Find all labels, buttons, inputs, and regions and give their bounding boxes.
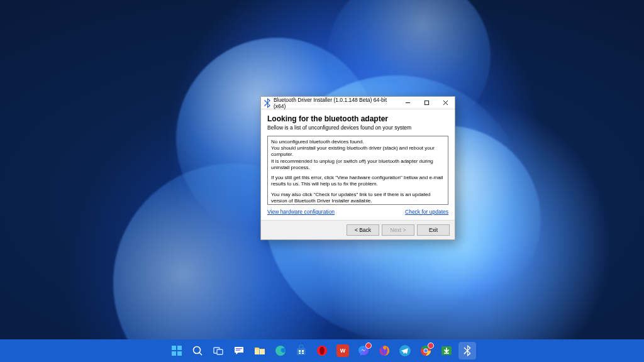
- dialog-heading: Looking for the bluetooth adapter: [267, 114, 448, 123]
- titlebar[interactable]: Bluetooth Driver Installer (1.0.1.148 Be…: [261, 97, 455, 109]
- chat-button[interactable]: [230, 342, 248, 359]
- svg-point-28: [424, 349, 427, 352]
- store-button[interactable]: [292, 342, 310, 359]
- svg-rect-1: [425, 101, 428, 104]
- svg-rect-21: [302, 353, 304, 354]
- bluetooth-icon: [264, 99, 271, 107]
- notification-badge: [365, 343, 372, 349]
- search-button[interactable]: [189, 342, 206, 359]
- opera-button[interactable]: [313, 342, 331, 359]
- start-button[interactable]: [168, 342, 186, 359]
- idm-button[interactable]: [438, 342, 455, 359]
- maximize-button[interactable]: [417, 97, 436, 109]
- svg-rect-12: [236, 348, 242, 349]
- svg-rect-4: [172, 346, 176, 350]
- svg-rect-5: [177, 346, 182, 350]
- exit-button[interactable]: Exit: [417, 224, 450, 236]
- svg-rect-18: [299, 350, 301, 352]
- svg-rect-13: [236, 350, 240, 351]
- chrome-button[interactable]: [417, 342, 435, 359]
- svg-line-9: [199, 353, 202, 355]
- telegram-button[interactable]: [396, 342, 414, 359]
- taskbar: W: [0, 339, 644, 362]
- messenger-button[interactable]: [355, 342, 372, 359]
- svg-point-8: [194, 347, 201, 354]
- svg-point-23: [319, 347, 325, 355]
- view-hardware-link[interactable]: View hardware configuration: [267, 209, 335, 215]
- close-button[interactable]: [436, 97, 455, 109]
- minimize-button[interactable]: [398, 97, 417, 109]
- installer-dialog: Bluetooth Driver Installer (1.0.1.148 Be…: [260, 96, 455, 240]
- svg-rect-15: [259, 349, 260, 354]
- message-box: No unconfigured bluetooth devices found.…: [267, 136, 448, 205]
- message-p3: You may also click "Check for updates" l…: [271, 192, 445, 204]
- wps-button[interactable]: W: [334, 342, 352, 359]
- svg-rect-20: [299, 353, 301, 354]
- message-p1: No unconfigured bluetooth devices found.…: [271, 139, 445, 171]
- task-view-button[interactable]: [209, 342, 227, 359]
- svg-rect-17: [297, 348, 306, 355]
- svg-rect-6: [172, 351, 176, 356]
- edge-button[interactable]: [272, 342, 289, 359]
- back-button[interactable]: < Back: [347, 224, 379, 236]
- check-updates-link[interactable]: Check for updates: [405, 209, 448, 215]
- svg-rect-11: [217, 349, 223, 354]
- bluetooth-installer-button[interactable]: [458, 342, 476, 359]
- file-explorer-button[interactable]: [251, 342, 269, 359]
- dialog-subheading: Bellow is a list of unconfigured devices…: [267, 124, 448, 131]
- svg-rect-19: [302, 350, 304, 352]
- dialog-footer: < Back Next > Exit: [261, 220, 455, 239]
- next-button: Next >: [382, 224, 414, 236]
- message-p2: If you still get this error, click "View…: [271, 175, 445, 187]
- window-title: Bluetooth Driver Installer (1.0.1.148 Be…: [274, 97, 398, 109]
- svg-rect-7: [177, 351, 182, 356]
- firefox-button[interactable]: [375, 342, 393, 359]
- notification-badge: [428, 343, 434, 349]
